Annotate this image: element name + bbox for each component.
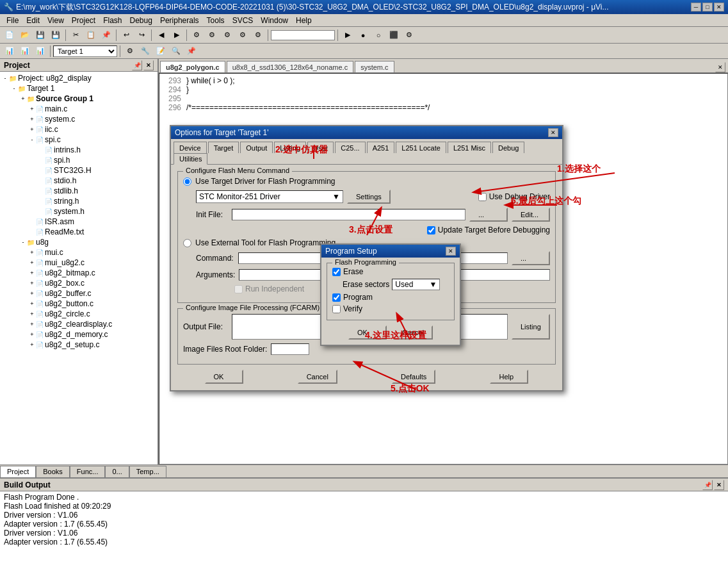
tree-item-1[interactable]: -📁Target 1: [1, 83, 156, 94]
menu-tools[interactable]: Tools: [203, 15, 229, 26]
tree-item-15[interactable]: 📄ReadMe.txt: [1, 227, 156, 237]
tree-item-13[interactable]: 📄system.h: [1, 206, 156, 217]
bottom-tab-books[interactable]: Books: [36, 466, 70, 477]
command-browse-btn[interactable]: ...: [512, 251, 550, 265]
tree-expand[interactable]: +: [28, 249, 36, 256]
tab-u8x8-ssd1306[interactable]: u8x8_d_ssd1306_128x64_noname.c: [227, 61, 353, 72]
tree-item-5[interactable]: +📄iic.c: [1, 124, 156, 135]
tree-expand[interactable]: +: [28, 290, 36, 297]
options-ok-btn[interactable]: OK: [205, 370, 243, 384]
t2-btn2[interactable]: 📊: [18, 44, 32, 58]
redo-btn[interactable]: ↪: [134, 28, 149, 42]
t2-btn8[interactable]: 📌: [184, 44, 198, 58]
options-cancel-btn[interactable]: Cancel: [298, 370, 337, 384]
cut-btn[interactable]: ✂: [69, 28, 83, 42]
tree-expand[interactable]: -: [10, 85, 18, 92]
bottom-tab-func[interactable]: Func...: [70, 466, 106, 477]
tree-expand[interactable]: -: [19, 239, 27, 245]
close-editor-btn[interactable]: ✕: [715, 62, 725, 72]
menu-peripherals[interactable]: Peripherals: [156, 15, 203, 26]
paste-btn[interactable]: 📌: [99, 28, 113, 42]
menu-help[interactable]: Help: [292, 15, 316, 26]
debug4-btn[interactable]: ⬛: [387, 28, 401, 42]
bottom-tab-project[interactable]: Project: [0, 466, 36, 477]
t2-btn1[interactable]: 📊: [3, 44, 17, 58]
tree-item-7[interactable]: 📄intrins.h: [1, 145, 156, 155]
tab-output[interactable]: Output: [240, 142, 273, 153]
use-external-tool-radio[interactable]: [183, 239, 191, 247]
tab-debug[interactable]: Debug: [492, 142, 524, 153]
tree-expand[interactable]: +: [28, 126, 36, 133]
settings-btn[interactable]: Settings: [347, 190, 391, 204]
tree-expand[interactable]: +: [28, 321, 36, 327]
menu-project[interactable]: Project: [68, 15, 99, 26]
tree-item-4[interactable]: +📄system.c: [1, 114, 156, 124]
project-tree[interactable]: -📁Project: u8g2_display-📁Target 1+📁Sourc…: [0, 72, 158, 464]
build-output-pin[interactable]: 📌: [702, 480, 713, 490]
use-debug-driver-check[interactable]: [478, 193, 487, 201]
readcapacity-input[interactable]: ReadCapacity: [271, 30, 335, 40]
tree-item-9[interactable]: 📄STC32G.H: [1, 165, 156, 176]
debug3-btn[interactable]: ○: [371, 28, 385, 42]
debug-btn[interactable]: ▶: [341, 28, 355, 42]
copy-btn[interactable]: 📋: [84, 28, 98, 42]
tree-item-17[interactable]: +📄mui.c: [1, 247, 156, 258]
erase-sectors-combo[interactable]: Used ▼: [392, 279, 440, 290]
t2-btn5[interactable]: 🔧: [138, 44, 152, 58]
save-all-btn[interactable]: 💾: [49, 28, 63, 42]
init-file-input[interactable]: [232, 209, 465, 220]
tree-item-21[interactable]: +📄u8g2_buffer.c: [1, 288, 156, 299]
tree-item-22[interactable]: +📄u8g2_button.c: [1, 299, 156, 309]
tree-expand[interactable]: +: [28, 259, 36, 266]
tree-expand[interactable]: +: [28, 106, 36, 112]
t2-btn6[interactable]: 📝: [154, 44, 168, 58]
options-btn[interactable]: ⚙: [402, 28, 416, 42]
image-root-input[interactable]: [271, 343, 309, 355]
tree-item-18[interactable]: +📄mui_u8g2.c: [1, 258, 156, 268]
tab-l251-misc[interactable]: L251 Misc: [448, 142, 491, 153]
minimize-button[interactable]: ─: [691, 3, 701, 12]
menu-view[interactable]: View: [44, 15, 68, 26]
build2-btn[interactable]: ⚙: [205, 28, 219, 42]
menu-edit[interactable]: Edit: [22, 15, 44, 26]
save-btn[interactable]: 💾: [33, 28, 47, 42]
tab-user[interactable]: User: [307, 142, 334, 153]
bottom-tab-temp[interactable]: Temp...: [129, 466, 166, 477]
init-browse-btn[interactable]: ...: [469, 208, 508, 222]
build-btn[interactable]: ⚙: [190, 28, 204, 42]
use-target-driver-radio[interactable]: [183, 177, 191, 186]
bottom-tab-0[interactable]: 0...: [105, 466, 129, 477]
menu-file[interactable]: File: [3, 15, 22, 26]
tree-item-20[interactable]: +📄u8g2_box.c: [1, 278, 156, 288]
menu-svcs[interactable]: SVCS: [229, 15, 257, 26]
update-target-check[interactable]: [427, 226, 435, 234]
build3-btn[interactable]: ⚙: [220, 28, 234, 42]
tree-item-8[interactable]: 📄spi.h: [1, 155, 156, 165]
debug2-btn[interactable]: ●: [356, 28, 370, 42]
driver-combo[interactable]: STC Monitor-251 Driver ▼: [196, 190, 343, 203]
maximize-button[interactable]: □: [702, 3, 713, 12]
tree-item-16[interactable]: -📁u8g: [1, 237, 156, 247]
erase-check[interactable]: [332, 268, 341, 276]
program-ok-btn[interactable]: OK: [348, 325, 387, 340]
tree-expand[interactable]: +: [19, 95, 27, 102]
build-output-close[interactable]: ✕: [714, 480, 724, 490]
program-check[interactable]: [332, 293, 341, 302]
new-file-btn[interactable]: 📄: [3, 28, 17, 42]
tree-item-25[interactable]: +📄u8g2_d_memory.c: [1, 329, 156, 340]
output-listing-btn[interactable]: Listing: [512, 314, 550, 340]
build5-btn[interactable]: ⚙: [251, 28, 265, 42]
close-button[interactable]: ✕: [714, 3, 724, 12]
tree-item-19[interactable]: +📄u8g2_bitmap.c: [1, 268, 156, 278]
project-pin-btn[interactable]: 📌: [132, 60, 142, 70]
tree-item-14[interactable]: 📄ISR.asm: [1, 217, 156, 227]
menu-window[interactable]: Window: [257, 15, 292, 26]
tab-listing[interactable]: Listing: [274, 142, 306, 153]
options-defaults-btn[interactable]: Defaults: [392, 370, 435, 384]
tree-item-23[interactable]: +📄u8g2_circle.c: [1, 309, 156, 319]
run-independent-check[interactable]: [234, 285, 243, 293]
build4-btn[interactable]: ⚙: [236, 28, 250, 42]
program-cancel-btn[interactable]: Cancel: [393, 325, 433, 340]
tree-item-11[interactable]: 📄stdlib.h: [1, 186, 156, 196]
options-close-btn[interactable]: ✕: [548, 128, 558, 137]
